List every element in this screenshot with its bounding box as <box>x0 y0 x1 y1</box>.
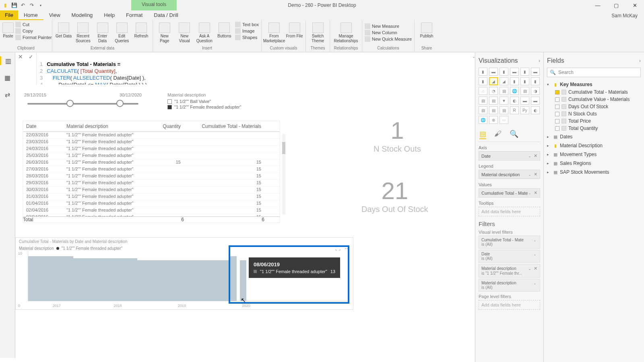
viz-type-icon[interactable]: ▬ <box>531 97 540 105</box>
redo-icon[interactable]: ↷ <box>28 2 35 9</box>
ask-question-button[interactable]: Ask A Question <box>195 21 214 43</box>
close-button[interactable]: ✕ <box>625 0 644 10</box>
date-slicer[interactable]: 28/12/2015 30/12/2020 <box>23 93 143 110</box>
viz-type-icon[interactable]: ▮ <box>531 77 540 85</box>
table-header[interactable]: ▸▦Dates <box>547 133 641 141</box>
card-n-stock-outs[interactable]: 1 N Stock Outs <box>374 117 421 154</box>
viz-type-icon[interactable]: ▮ <box>520 77 529 85</box>
viz-type-icon[interactable]: ▤ <box>479 106 487 114</box>
table-row[interactable]: 25/03/2016"1 1/2"" Female threaded adupt… <box>23 152 280 159</box>
textbox-button[interactable]: Text box <box>235 22 259 27</box>
viz-type-icon[interactable]: ▮ <box>500 68 508 76</box>
new-quick-measure-button[interactable]: New Quick Measure <box>365 36 412 42</box>
viz-import-icon[interactable]: ⋯ <box>500 116 508 124</box>
fields-well-tab[interactable]: ▤ <box>479 130 486 139</box>
new-visual-button[interactable]: New Visual <box>175 21 194 43</box>
table-row[interactable]: 01/04/2016"1 1/2"" Female threaded adupt… <box>23 200 280 207</box>
data-drill-tab[interactable]: Data / Drill <box>148 10 184 20</box>
formula-commit-button[interactable]: ✓ <box>26 52 36 61</box>
table-header[interactable]: ▸▮Material Description <box>547 142 641 150</box>
remove-field-icon[interactable]: ✕ <box>534 153 537 158</box>
focus-mode-icon[interactable]: ⛶ <box>335 245 341 251</box>
field-item[interactable]: Total Price <box>555 117 641 125</box>
formula-cancel-button[interactable]: ✕ <box>15 52 26 61</box>
viz-type-icon[interactable]: ▬ <box>510 68 519 76</box>
refresh-button[interactable]: Refresh <box>132 21 150 39</box>
viz-type-icon[interactable]: ▤ <box>479 97 487 105</box>
viz-type-icon[interactable]: ▤ <box>500 87 508 95</box>
view-tab[interactable]: View <box>43 10 66 20</box>
viz-type-icon[interactable]: ∴ <box>479 87 487 95</box>
slicer-item-ball-valve[interactable]: "1 1/2"" Ball Valve" <box>167 99 242 104</box>
remove-field-icon[interactable]: ✕ <box>534 190 537 195</box>
paste-button[interactable]: Paste <box>2 21 14 39</box>
qat-dropdown-icon[interactable]: ▾ <box>37 2 44 9</box>
values-field-cumulative[interactable]: Cumulative Total - Mate⌄✕ <box>479 188 540 197</box>
buttons-button[interactable]: Buttons <box>215 21 234 39</box>
checkbox-icon[interactable] <box>555 90 559 95</box>
table-key-measures[interactable]: ▾▮Key Measures <box>547 80 641 88</box>
report-canvas[interactable]: 28/12/2015 30/12/2020 Material descripti… <box>15 84 487 362</box>
format-painter-button[interactable]: Format Painter <box>15 35 52 40</box>
format-tab[interactable]: Format <box>120 10 148 20</box>
viz-type-icon[interactable]: ▤ <box>520 87 529 95</box>
chevron-down-icon[interactable]: ⌄ <box>528 154 531 158</box>
table-row[interactable]: 29/03/2016"1 1/2"" Female threaded adupt… <box>23 180 280 187</box>
table-row[interactable]: 03/04/2016"1 1/2"" Female threaded adupt… <box>23 214 280 216</box>
minimize-button[interactable]: — <box>588 0 607 10</box>
signed-in-user[interactable]: Sam McKay <box>605 11 644 20</box>
viz-type-area-icon[interactable]: ◢ <box>489 77 498 85</box>
field-item[interactable]: Total Quantity <box>555 125 641 132</box>
checkbox-icon[interactable] <box>555 119 559 123</box>
modeling-tab[interactable]: Modeling <box>66 10 99 20</box>
viz-type-icon[interactable]: ▤ <box>489 106 498 114</box>
viz-type-icon[interactable]: ▬ <box>531 68 540 76</box>
more-options-icon[interactable]: ⋯ <box>345 245 350 251</box>
material-slicer[interactable]: Material description "1 1/2"" Ball Valve… <box>167 93 242 110</box>
home-tab[interactable]: Home <box>18 10 43 20</box>
col-header-date[interactable]: Date <box>23 121 63 132</box>
help-tab[interactable]: Help <box>98 10 120 20</box>
table-row[interactable]: 30/03/2016"1 1/2"" Female threaded adupt… <box>23 187 280 193</box>
manage-relationships-button[interactable]: Manage Relationships <box>332 21 359 43</box>
edit-queries-button[interactable]: Edit Queries <box>113 21 131 43</box>
viz-type-icon[interactable]: R <box>510 106 519 114</box>
table-row[interactable]: 27/03/2016"1 1/2"" Female threaded adupt… <box>23 166 280 173</box>
publish-button[interactable]: Publish <box>417 21 436 39</box>
legend-field-material[interactable]: Material description⌄✕ <box>479 170 540 179</box>
viz-type-icon[interactable]: ▮ <box>479 68 487 76</box>
maximize-button[interactable]: ▢ <box>607 0 625 10</box>
from-file-button[interactable]: From File <box>286 21 303 39</box>
chart-legend-item[interactable]: "1 1/2"" Female threaded adupter" <box>62 246 123 251</box>
col-header-material[interactable]: Material description <box>63 121 152 132</box>
filter-cumulative[interactable]: Cumulative Total - Mate⌄is (All) <box>479 236 540 249</box>
slider-handle-start[interactable] <box>66 100 74 107</box>
table-row[interactable]: 31/03/2016"1 1/2"" Female threaded adupt… <box>23 193 280 200</box>
filter-material-1[interactable]: Material description⌄✕is "1 1/2"" Female… <box>479 264 540 278</box>
filter-material-2[interactable]: Material description⌄is (All) <box>479 279 540 292</box>
file-tab[interactable]: File <box>0 10 18 20</box>
field-item[interactable]: Cumulative Total - Materials <box>555 88 641 96</box>
table-row[interactable]: 02/04/2016"1 1/2"" Female threaded adupt… <box>23 207 280 214</box>
viz-type-icon[interactable]: 🌐 <box>510 87 519 95</box>
viz-type-icon[interactable]: 🌐 <box>479 116 487 124</box>
chevron-down-icon[interactable]: ⌄ <box>533 238 537 242</box>
undo-icon[interactable]: ↶ <box>19 2 27 9</box>
recent-sources-button[interactable]: Recent Sources <box>74 21 92 43</box>
field-item[interactable]: N Stock Outs <box>555 110 641 117</box>
viz-type-icon[interactable]: ⊕ <box>489 116 498 124</box>
viz-type-icon[interactable]: ▮ <box>479 77 487 85</box>
image-button[interactable]: Image <box>235 28 259 34</box>
field-item[interactable]: Cumulative Value - Materials <box>555 96 641 103</box>
viz-type-icon[interactable]: ▤ <box>500 106 508 114</box>
table-header[interactable]: ▸▦SAP Stock Movements <box>547 168 641 176</box>
data-view-button[interactable]: ▦ <box>3 73 12 82</box>
viz-type-icon[interactable]: ▬ <box>489 68 498 76</box>
save-icon[interactable]: 💾 <box>10 2 18 9</box>
new-measure-button[interactable]: New Measure <box>365 23 412 29</box>
table-header[interactable]: ▸▦Sales Regions <box>547 159 641 167</box>
chevron-down-icon[interactable]: ⌄ <box>528 173 531 177</box>
viz-type-icon[interactable]: ▮ <box>510 77 519 85</box>
card-days-out-of-stock[interactable]: 21 Days Out Of Stock <box>361 177 428 214</box>
enter-data-button[interactable]: Enter Data <box>93 21 111 43</box>
